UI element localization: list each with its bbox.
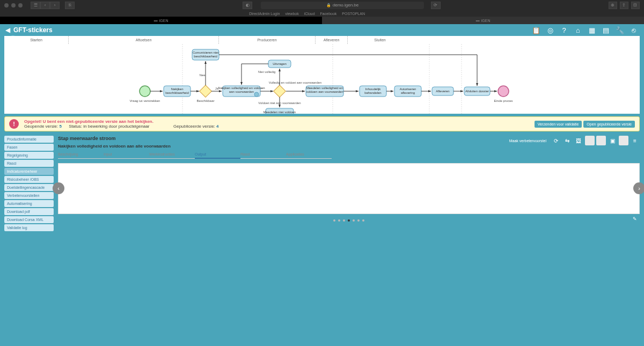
help-icon[interactable]: ? [559, 25, 569, 35]
logout-icon[interactable]: ⎋ [629, 25, 639, 35]
refresh-action-icon[interactable]: ⟳ [551, 136, 561, 145]
back-arrow-icon[interactable]: ◀ [5, 26, 10, 34]
chart-action-icon[interactable]: ▣ [608, 136, 617, 145]
bookmark[interactable]: Facebook [320, 12, 337, 16]
edit-button[interactable]: ✎ [631, 215, 639, 223]
phase-afleveren: Afleveren [316, 36, 348, 44]
wrench-icon[interactable]: 🔧 [615, 25, 625, 35]
open-published-button[interactable]: Open gepubliceerde versie [583, 121, 635, 128]
dot-3[interactable] [343, 219, 345, 222]
svg-text:Afleveren: Afleveren [436, 90, 449, 93]
bookmarks-bar: DirectAdmin Login viewbok iCloud Faceboo… [0, 10, 644, 17]
url-bar[interactable]: 🔒 demo.igen.be [261, 2, 423, 9]
blank-action-3[interactable] [619, 136, 628, 145]
make-improvement-button[interactable]: Maak verbetervoorstel [506, 137, 550, 144]
bpmn-gateway-beschikbaar[interactable] [200, 85, 212, 98]
sidebar-item-automatisering[interactable]: Automatisering [4, 200, 54, 207]
dot-4[interactable] [348, 219, 350, 222]
sidebar-item-download-xml[interactable]: Download Corsa XML [4, 216, 54, 223]
blank-action-2[interactable] [596, 136, 606, 145]
sidebar-item-download-pdf[interactable]: Download pdf [4, 208, 54, 215]
tab-input[interactable]: Input [104, 151, 149, 159]
content-row: Productinformatie Fasen Regelgeving Rasc… [4, 136, 640, 231]
dot-7[interactable] [362, 219, 364, 222]
browser-chrome: ☰ ‹ › ⎘ ◐ 🔒 demo.igen.be ⟳ ⊕ ⇪ ⊡ [0, 0, 644, 10]
sidebar-item-verbetervoorstellen[interactable]: Verbetervoorstellen [4, 192, 54, 199]
dot-5[interactable] [353, 219, 355, 222]
minimize-window[interactable] [11, 3, 16, 8]
blank-action-1[interactable] [585, 136, 595, 145]
bpmn-start-event[interactable] [140, 86, 150, 97]
sidebar-item-rasci[interactable]: Rasci [4, 160, 54, 167]
bpmn-end-event[interactable] [498, 86, 509, 97]
main-content: Stap meerwaarde stroom Nakijken volledig… [58, 136, 640, 231]
tab-werkinstructies[interactable]: Werkinstructies [149, 151, 195, 159]
bpmn-gateway-volledigheid[interactable] [274, 85, 286, 98]
bookmark[interactable]: POSTOPLAN [342, 12, 365, 16]
lock-icon: 🔒 [326, 3, 331, 8]
tab-output[interactable]: Output [195, 151, 240, 159]
sidebar-item-validatie-log[interactable]: Validatie log [4, 224, 54, 231]
bookmark[interactable]: DirectAdmin Login [249, 12, 280, 16]
warning-bar: ! Opgelet! U bent een niet-gepubliceerde… [4, 116, 640, 131]
target-icon[interactable]: ◎ [545, 25, 555, 35]
nav-buttons: ☰ ‹ › [31, 2, 60, 9]
phase-labels: Starten Aftoetsen Produceren Afleveren S… [4, 36, 640, 44]
image-action-icon[interactable]: 🖼 [574, 136, 583, 145]
svg-text:Vraag tot verstrekken: Vraag tot verstrekken [130, 99, 160, 102]
phase-starten: Starten [4, 36, 69, 44]
dot-6[interactable] [357, 219, 360, 222]
close-window[interactable] [4, 3, 9, 8]
back-icon[interactable]: ‹ [40, 2, 50, 9]
svg-text:Uitvragen: Uitvragen [273, 62, 287, 65]
bpmn-diagram: Vraag tot verstrekken Nakijkenbeschikbaa… [4, 44, 640, 114]
svg-text:Inhoudelijkbehandelen: Inhoudelijkbehandelen [364, 87, 381, 94]
sidebar-item-fasen[interactable]: Fasen [4, 144, 54, 151]
sidebar-item-productinformatie[interactable]: Productinformatie [4, 136, 54, 143]
grid-icon[interactable]: ▤ [601, 25, 611, 35]
app-header: ◀ GFT-stickers 📋 ◎ ? ⌂ ▦ ▤ 🔧 ⎋ [0, 24, 644, 36]
forward-icon[interactable]: › [50, 2, 60, 9]
maximize-window[interactable] [18, 3, 23, 8]
url-text: demo.igen.be [333, 3, 358, 8]
content-subtitle: Nakijken volledigheid en voldoen aan all… [58, 144, 171, 149]
refresh-icon[interactable]: ⟳ [431, 2, 441, 9]
tab-igen-1[interactable]: ••• iGEN [0, 17, 322, 24]
app: ◀ GFT-stickers 📋 ◎ ? ⌂ ▦ ▤ 🔧 ⎋ ? Starten… [0, 24, 644, 346]
tab-igen-2[interactable]: ••• iGEN [322, 17, 644, 24]
panel-prev-button[interactable]: ‹ [53, 182, 64, 194]
diagram-area: Starten Aftoetsen Produceren Afleveren S… [4, 36, 640, 114]
sidebar-toggle-icon[interactable]: ☰ [31, 2, 40, 9]
panel-next-button[interactable]: › [633, 182, 644, 194]
tab-applicaties[interactable]: Applicaties [286, 151, 332, 159]
shield-icon[interactable]: ◐ [243, 2, 252, 9]
phase-aftoetsen: Aftoetsen [69, 36, 219, 44]
bookmark[interactable]: iCloud [304, 12, 315, 16]
sidebar-item-risicobeheer[interactable]: Risicobeheer /OBS [4, 176, 54, 183]
process-action-icon[interactable]: ⇆ [562, 136, 572, 145]
stats-action-icon[interactable]: ≡ [630, 136, 640, 145]
share-icon[interactable]: ⎘ [65, 2, 75, 9]
clipboard-icon[interactable]: 📋 [531, 25, 541, 35]
svg-text:Ja: Ja [215, 87, 219, 90]
barcode-icon[interactable]: ▦ [587, 25, 597, 35]
upload-icon[interactable]: ⇪ [620, 2, 628, 9]
home-icon[interactable]: ⌂ [573, 25, 583, 35]
tab-rasci[interactable]: Rasci [240, 151, 286, 159]
sidebar-item-regelgeving[interactable]: Regelgeving [4, 152, 54, 159]
svg-text:Nee: Nee [199, 73, 206, 77]
warning-icon: ! [9, 119, 19, 129]
bookmark[interactable]: viewbok [285, 12, 298, 16]
tab-beschrijving[interactable]: Beschrijving [58, 151, 104, 159]
sidebar-item-indicatorenbeheer[interactable]: Indicatorenbeheer [4, 168, 54, 175]
sidebar-item-doelstellingen[interactable]: Doelstellingencascade [4, 184, 54, 191]
tabs-icon[interactable]: ⊡ [631, 2, 640, 9]
svg-text:Volledig en voldoet aan voorwa: Volledig en voldoet aan voorwaarden [269, 81, 321, 84]
dot-1[interactable] [333, 219, 335, 222]
content-tabs: Beschrijving Input Werkinstructies Outpu… [58, 151, 640, 159]
phase-sluiten: Sluiten [348, 36, 412, 44]
tab-dots-icon: ••• [475, 19, 479, 23]
download-icon[interactable]: ⊕ [609, 2, 617, 9]
dot-2[interactable] [338, 219, 340, 222]
send-validation-button[interactable]: Verzenden voor validatie [535, 121, 582, 128]
